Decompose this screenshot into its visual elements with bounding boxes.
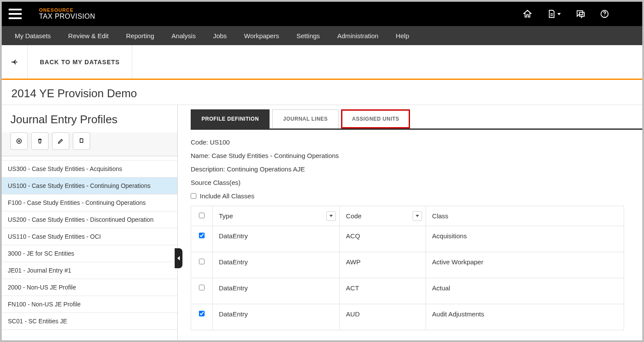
classes-table: Type Code Class DataEntryACQAcquisitions…	[191, 206, 624, 330]
add-button[interactable]	[10, 132, 28, 150]
desc-label: Description:	[191, 165, 225, 173]
tab-assigned-units[interactable]: ASSIGNED UNITS	[341, 109, 410, 128]
include-all-label: Include All Classes	[200, 192, 254, 200]
name-value: Case Study Entities - Continuing Operati…	[211, 152, 339, 159]
profile-list-item[interactable]: F100 - Case Study Entities - Continuing …	[2, 194, 177, 211]
profile-list-item[interactable]: 2000 - Non-US JE Profile	[2, 279, 177, 296]
cell-type: DataEntry	[213, 252, 340, 278]
right-panel: PROFILE DEFINITIONJOURNAL LINESASSIGNED …	[178, 105, 642, 342]
nav-administration[interactable]: Administration	[337, 32, 378, 39]
edit-button[interactable]	[52, 132, 69, 150]
col-class-label: Class	[432, 212, 449, 220]
help-icon[interactable]	[600, 9, 609, 19]
detail-desc: Description: Continuing Operations AJE	[191, 165, 642, 173]
table-row: DataEntryAWPActive Workpaper	[191, 252, 624, 278]
menu-icon[interactable]	[9, 9, 22, 19]
include-all-row: Include All Classes	[191, 192, 642, 200]
back-to-datasets-button[interactable]: BACK TO MY DATASETS	[28, 45, 132, 79]
svg-point-1	[604, 16, 605, 16]
profile-list-item[interactable]: SC01 - SC Entities JE	[2, 313, 177, 330]
source-classes-label: Source Class(es)	[191, 179, 642, 186]
detail-name: Name: Case Study Entities - Continuing O…	[191, 152, 642, 159]
copy-button[interactable]	[73, 132, 90, 150]
cell-class: Acquisitions	[426, 226, 624, 252]
delete-button[interactable]	[31, 132, 49, 150]
cell-type: DataEntry	[213, 304, 340, 330]
col-code-label: Code	[346, 212, 361, 220]
profile-list-item[interactable]: FN100 - Non-US JE Profile	[2, 296, 177, 313]
profile-details: Code: US100 Name: Case Study Entities - …	[191, 130, 642, 330]
cell-code: ACT	[340, 278, 426, 304]
cell-code: AUD	[340, 304, 426, 330]
profile-list-item[interactable]: US110 - Case Study Entities - OCI	[2, 228, 177, 245]
profile-list-item[interactable]: US100 - Case Study Entities - Continuing…	[2, 178, 177, 194]
collapse-panel-handle[interactable]	[175, 248, 182, 268]
pencil-icon	[57, 138, 64, 145]
main-area: Journal Entry Profiles US300 - Case Stud…	[2, 105, 642, 342]
col-code: Code	[340, 206, 426, 226]
col-checkbox	[191, 206, 213, 226]
chevron-down-icon	[557, 13, 561, 15]
chat-icon[interactable]	[576, 9, 585, 19]
profile-toolbar	[2, 132, 177, 156]
table-row: DataEntryACTActual	[191, 278, 624, 304]
profile-list-item[interactable]: JE01 - Journal Entry #1	[2, 262, 177, 279]
nav-my-datasets[interactable]: My Datasets	[15, 32, 51, 39]
row-checkbox[interactable]	[199, 311, 205, 316]
top-bar: ONESOURCE TAX PROVISION	[2, 2, 642, 26]
back-bar: BACK TO MY DATASETS	[2, 45, 642, 80]
brand: ONESOURCE TAX PROVISION	[39, 7, 95, 20]
classes-tbody: DataEntryACQAcquisitionsDataEntryAWPActi…	[191, 226, 624, 330]
profile-list-item[interactable]: US300 - Case Study Entities - Acquisitio…	[2, 161, 177, 178]
nav-workpapers[interactable]: Workpapers	[244, 32, 279, 39]
col-type-label: Type	[219, 212, 233, 220]
detail-code: Code: US100	[191, 138, 642, 146]
row-checkbox[interactable]	[199, 285, 205, 290]
desc-value: Continuing Operations AJE	[227, 165, 305, 173]
tabs: PROFILE DEFINITIONJOURNAL LINESASSIGNED …	[191, 109, 642, 130]
back-label: BACK TO MY DATASETS	[40, 59, 120, 66]
name-label: Name:	[191, 152, 210, 159]
main-nav: My Datasets Review & Edit Reporting Anal…	[2, 26, 642, 45]
trash-icon	[36, 138, 43, 145]
cell-type: DataEntry	[213, 278, 340, 304]
select-all-checkbox[interactable]	[199, 213, 205, 218]
nav-analysis[interactable]: Analysis	[172, 32, 196, 39]
col-class: Class	[426, 206, 624, 226]
nav-review-edit[interactable]: Review & Edit	[68, 32, 108, 39]
plus-circle-icon	[16, 138, 23, 145]
type-filter-dropdown[interactable]	[326, 211, 336, 221]
document-dropdown-icon[interactable]	[547, 9, 561, 19]
nav-jobs[interactable]: Jobs	[213, 32, 227, 39]
row-checkbox[interactable]	[199, 259, 205, 264]
code-filter-dropdown[interactable]	[413, 211, 422, 221]
table-row: DataEntryACQAcquisitions	[191, 226, 624, 252]
cell-code: ACQ	[340, 226, 426, 252]
left-panel-title: Journal Entry Profiles	[2, 105, 177, 132]
left-panel: Journal Entry Profiles US300 - Case Stud…	[2, 105, 178, 342]
svg-rect-3	[80, 139, 83, 143]
include-all-checkbox[interactable]	[191, 193, 196, 199]
brand-top: ONESOURCE	[39, 7, 95, 13]
code-label: Code:	[191, 138, 208, 146]
cell-class: Actual	[426, 278, 624, 304]
row-checkbox[interactable]	[199, 233, 205, 238]
cell-code: AWP	[340, 252, 426, 278]
topbar-icons	[523, 9, 609, 19]
list-spacer	[2, 156, 177, 161]
home-icon[interactable]	[523, 9, 532, 19]
tab-journal-lines[interactable]: JOURNAL LINES	[272, 109, 338, 128]
cell-class: Active Workpaper	[426, 252, 624, 278]
table-row: DataEntryAUDAudit Adjustments	[191, 304, 624, 330]
profile-list-item[interactable]: US200 - Case Study Entities - Discontinu…	[2, 211, 177, 228]
cell-class: Audit Adjustments	[426, 304, 624, 330]
brand-bottom: TAX PROVISION	[39, 13, 95, 20]
back-arrow-icon[interactable]	[2, 45, 28, 79]
nav-help[interactable]: Help	[396, 32, 409, 39]
nav-settings[interactable]: Settings	[296, 32, 320, 39]
col-type: Type	[213, 206, 340, 226]
tab-profile-definition[interactable]: PROFILE DEFINITION	[191, 109, 270, 128]
profile-list-item[interactable]: 3000 - JE for SC Entities	[2, 245, 177, 262]
nav-reporting[interactable]: Reporting	[126, 32, 154, 39]
code-value: US100	[210, 138, 230, 146]
